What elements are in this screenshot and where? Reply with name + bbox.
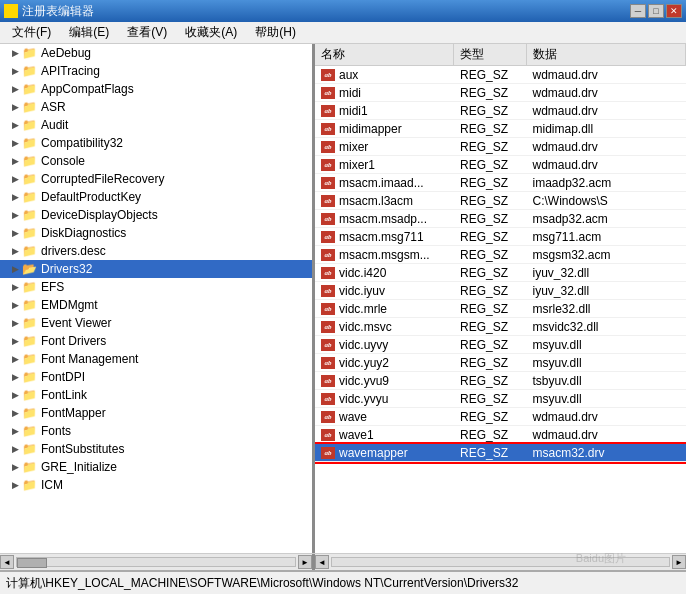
tree-item[interactable]: ▶📁FontLink bbox=[0, 386, 312, 404]
table-row[interactable]: abmsacm.msadp...REG_SZmsadp32.acm bbox=[315, 210, 686, 228]
table-row[interactable]: abvidc.yvyuREG_SZmsyuv.dll bbox=[315, 390, 686, 408]
table-row[interactable]: abmidiREG_SZwdmaud.drv bbox=[315, 84, 686, 102]
table-row[interactable]: abvidc.mrleREG_SZmsrle32.dll bbox=[315, 300, 686, 318]
reg-type-cell: REG_SZ bbox=[454, 66, 527, 84]
registry-table: 名称 类型 数据 abauxREG_SZwdmaud.drvabmidiREG_… bbox=[315, 44, 686, 462]
folder-icon: 📁 bbox=[22, 100, 37, 114]
table-row[interactable]: abwaveREG_SZwdmaud.drv bbox=[315, 408, 686, 426]
table-row[interactable]: abvidc.iyuvREG_SZiyuv_32.dll bbox=[315, 282, 686, 300]
table-row[interactable]: abvidc.msvcREG_SZmsvidc32.dll bbox=[315, 318, 686, 336]
left-scroll-thumb[interactable] bbox=[17, 558, 47, 568]
tree-item[interactable]: ▶📁Compatibility32 bbox=[0, 134, 312, 152]
reg-name-cell: abvidc.yvu9 bbox=[315, 372, 454, 390]
reg-name-cell: abvidc.uyvy bbox=[315, 336, 454, 354]
tree-item[interactable]: ▶📁Event Viewer bbox=[0, 314, 312, 332]
reg-type-cell: REG_SZ bbox=[454, 192, 527, 210]
tree-item[interactable]: ▶📁DiskDiagnostics bbox=[0, 224, 312, 242]
tree-item[interactable]: ▶📁ICM bbox=[0, 476, 312, 494]
tree-item[interactable]: ▶📁APITracing bbox=[0, 62, 312, 80]
tree-item-label: DeviceDisplayObjects bbox=[41, 208, 158, 222]
table-row[interactable]: abmsacm.msgsm...REG_SZmsgsm32.acm bbox=[315, 246, 686, 264]
table-row[interactable]: abvidc.uyvyREG_SZmsyuv.dll bbox=[315, 336, 686, 354]
registry-tree[interactable]: ▶📁AeDebug▶📁APITracing▶📁AppCompatFlags▶📁A… bbox=[0, 44, 315, 553]
reg-name-text: vidc.yvu9 bbox=[339, 374, 389, 388]
table-row[interactable]: abwave1REG_SZwdmaud.drv bbox=[315, 426, 686, 444]
tree-arrow: ▶ bbox=[12, 84, 22, 94]
table-row[interactable]: abmidi1REG_SZwdmaud.drv bbox=[315, 102, 686, 120]
reg-type-icon: ab bbox=[321, 393, 335, 405]
minimize-button[interactable]: ─ bbox=[630, 4, 646, 18]
table-row[interactable]: abvidc.yvu9REG_SZtsbyuv.dll bbox=[315, 372, 686, 390]
table-row[interactable]: abauxREG_SZwdmaud.drv bbox=[315, 66, 686, 84]
tree-item-label: AeDebug bbox=[41, 46, 91, 60]
tree-arrow: ▶ bbox=[12, 444, 22, 454]
tree-item[interactable]: ▶📂Drivers32 bbox=[0, 260, 312, 278]
menu-item[interactable]: 收藏夹(A) bbox=[177, 22, 245, 43]
tree-item-label: FontDPI bbox=[41, 370, 85, 384]
tree-item[interactable]: ▶📁FontSubstitutes bbox=[0, 440, 312, 458]
reg-type-icon: ab bbox=[321, 303, 335, 315]
tree-item[interactable]: ▶📁CorruptedFileRecovery bbox=[0, 170, 312, 188]
tree-item[interactable]: ▶📁Fonts bbox=[0, 422, 312, 440]
scroll-right-btn[interactable]: ► bbox=[298, 555, 312, 569]
tree-item[interactable]: ▶📁DefaultProductKey bbox=[0, 188, 312, 206]
reg-type-cell: REG_SZ bbox=[454, 102, 527, 120]
menu-item[interactable]: 帮助(H) bbox=[247, 22, 304, 43]
title-bar-left: 注册表编辑器 bbox=[4, 3, 94, 20]
tree-item-label: FontLink bbox=[41, 388, 87, 402]
menu-item[interactable]: 编辑(E) bbox=[61, 22, 117, 43]
reg-type-icon: ab bbox=[321, 339, 335, 351]
tree-item[interactable]: ▶📁AeDebug bbox=[0, 44, 312, 62]
reg-name-cell: abmsacm.l3acm bbox=[315, 192, 454, 210]
table-row[interactable]: abmsacm.msg711REG_SZmsg711.acm bbox=[315, 228, 686, 246]
tree-arrow: ▶ bbox=[12, 372, 22, 382]
tree-item[interactable]: ▶📁FontDPI bbox=[0, 368, 312, 386]
reg-type-icon: ab bbox=[321, 429, 335, 441]
scroll-left-btn[interactable]: ◄ bbox=[0, 555, 14, 569]
tree-item[interactable]: ▶📁Font Drivers bbox=[0, 332, 312, 350]
menu-item[interactable]: 文件(F) bbox=[4, 22, 59, 43]
tree-item-label: Font Drivers bbox=[41, 334, 106, 348]
table-row[interactable]: abmsacm.l3acmREG_SZC:\Windows\S bbox=[315, 192, 686, 210]
tree-arrow: ▶ bbox=[12, 426, 22, 436]
table-row[interactable]: abmsacm.imaad...REG_SZimaadp32.acm bbox=[315, 174, 686, 192]
table-row[interactable]: abvidc.yuy2REG_SZmsyuv.dll bbox=[315, 354, 686, 372]
folder-icon: 📁 bbox=[22, 424, 37, 438]
table-row[interactable]: abwavemapperREG_SZmsacm32.drv bbox=[315, 444, 686, 462]
tree-item[interactable]: ▶📁EFS bbox=[0, 278, 312, 296]
menu-item[interactable]: 查看(V) bbox=[119, 22, 175, 43]
left-scroll-track[interactable] bbox=[16, 557, 296, 567]
reg-data-cell: midimap.dll bbox=[526, 120, 685, 138]
reg-name-text: aux bbox=[339, 68, 358, 82]
tree-item[interactable]: ▶📁drivers.desc bbox=[0, 242, 312, 260]
reg-type-icon: ab bbox=[321, 375, 335, 387]
tree-item[interactable]: ▶📁Audit bbox=[0, 116, 312, 134]
folder-icon: 📂 bbox=[22, 262, 37, 276]
tree-item-label: Compatibility32 bbox=[41, 136, 123, 150]
reg-name-text: msacm.l3acm bbox=[339, 194, 413, 208]
tree-item[interactable]: ▶📁FontMapper bbox=[0, 404, 312, 422]
scroll-right-btn2[interactable]: ► bbox=[672, 555, 686, 569]
tree-item[interactable]: ▶📁Font Management bbox=[0, 350, 312, 368]
tree-item[interactable]: ▶📁GRE_Initialize bbox=[0, 458, 312, 476]
window-controls[interactable]: ─ □ ✕ bbox=[630, 4, 682, 18]
tree-item[interactable]: ▶📁ASR bbox=[0, 98, 312, 116]
scroll-left-btn2[interactable]: ◄ bbox=[315, 555, 329, 569]
maximize-button[interactable]: □ bbox=[648, 4, 664, 18]
reg-type-icon: ab bbox=[321, 411, 335, 423]
tree-item[interactable]: ▶📁AppCompatFlags bbox=[0, 80, 312, 98]
table-row[interactable]: abmixerREG_SZwdmaud.drv bbox=[315, 138, 686, 156]
tree-arrow: ▶ bbox=[12, 138, 22, 148]
table-row[interactable]: abmixer1REG_SZwdmaud.drv bbox=[315, 156, 686, 174]
tree-item-label: Fonts bbox=[41, 424, 71, 438]
reg-type-cell: REG_SZ bbox=[454, 156, 527, 174]
table-row[interactable]: abmidimapperREG_SZmidimap.dll bbox=[315, 120, 686, 138]
tree-item[interactable]: ▶📁Console bbox=[0, 152, 312, 170]
app-icon bbox=[4, 4, 18, 18]
tree-item[interactable]: ▶📁EMDMgmt bbox=[0, 296, 312, 314]
tree-arrow: ▶ bbox=[12, 354, 22, 364]
table-row[interactable]: abvidc.i420REG_SZiyuv_32.dll bbox=[315, 264, 686, 282]
reg-name-text: vidc.yuy2 bbox=[339, 356, 389, 370]
tree-item[interactable]: ▶📁DeviceDisplayObjects bbox=[0, 206, 312, 224]
close-button[interactable]: ✕ bbox=[666, 4, 682, 18]
